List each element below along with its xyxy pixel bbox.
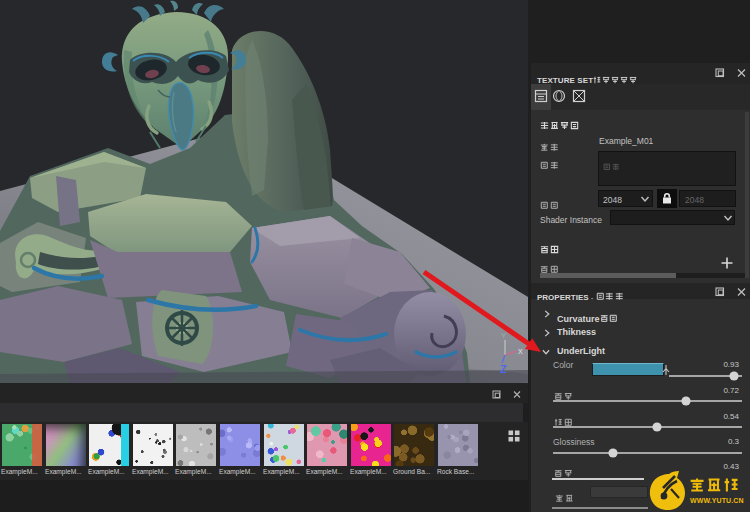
svg-text:Z: Z	[500, 363, 507, 375]
svg-text:X: X	[518, 348, 523, 355]
svg-text:Y: Y	[501, 331, 507, 340]
